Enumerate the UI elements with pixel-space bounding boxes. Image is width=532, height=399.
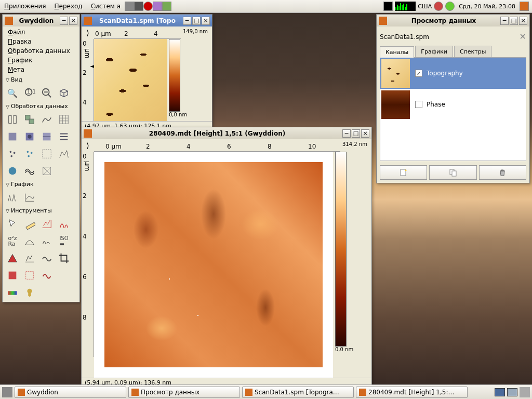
menu-edit[interactable]: Правка <box>3 37 79 46</box>
tray-icon[interactable] <box>434 2 443 11</box>
spectro-tool-icon[interactable] <box>56 216 72 232</box>
tool-icon[interactable] <box>39 129 55 144</box>
view-menu-button[interactable]: ⟩ <box>82 139 94 152</box>
mask-tool-icon[interactable] <box>22 285 37 301</box>
tool-icon[interactable] <box>39 268 55 283</box>
colorbar[interactable] <box>335 152 347 347</box>
view-3d-icon[interactable] <box>56 85 72 101</box>
menu-meta[interactable]: Мета <box>3 65 79 74</box>
zoom-in-icon[interactable]: 🔍 <box>5 85 20 101</box>
close-button[interactable]: × <box>361 129 369 138</box>
close-button[interactable]: × <box>69 17 77 25</box>
scan-image[interactable] <box>94 39 167 121</box>
section-graph[interactable]: График <box>3 180 79 189</box>
menu-places[interactable]: Переход <box>50 0 87 13</box>
tool-icon[interactable] <box>22 112 37 127</box>
close-button[interactable]: × <box>202 17 210 25</box>
tool-icon[interactable] <box>39 163 55 179</box>
visibility-checkbox[interactable] <box>415 101 422 108</box>
tray-app-icon[interactable] <box>162 2 171 11</box>
zoom-out-icon[interactable] <box>39 85 55 101</box>
maximize-button[interactable]: □ <box>192 17 201 25</box>
tool-icon[interactable] <box>22 163 37 179</box>
volume-icon[interactable] <box>383 2 393 11</box>
section-tools[interactable]: Инструменты <box>3 206 79 215</box>
tool-icon[interactable] <box>39 146 55 162</box>
ruler-tool-icon[interactable] <box>22 216 37 232</box>
maximize-button[interactable]: □ <box>352 129 360 138</box>
channel-row[interactable]: ✓ Topography <box>380 58 526 89</box>
maximize-button[interactable]: □ <box>510 17 518 25</box>
task-button[interactable]: Gwyddion <box>15 387 126 398</box>
tab-graphs[interactable]: Графики <box>415 46 453 57</box>
opera-icon[interactable] <box>143 2 153 11</box>
network-monitor-icon[interactable] <box>395 2 416 11</box>
titlebar[interactable]: Gwyddion − × <box>3 15 79 26</box>
copy-button[interactable] <box>429 165 476 180</box>
titlebar[interactable]: ScanData1.spm [Topo − □ × <box>82 15 212 26</box>
minimize-button[interactable]: − <box>342 129 351 138</box>
scan-image[interactable] <box>104 162 323 367</box>
workspace-switcher[interactable] <box>495 388 505 396</box>
crop-tool-icon[interactable] <box>56 250 72 266</box>
tool-icon[interactable] <box>39 250 55 266</box>
menu-dataprocess[interactable]: Обработка данных <box>3 46 79 56</box>
gradient-tool-icon[interactable] <box>5 285 20 301</box>
tool-icon[interactable] <box>5 129 20 144</box>
tool-icon[interactable] <box>56 146 72 162</box>
zoom-11-icon[interactable]: 1:1 <box>22 85 37 101</box>
section-process[interactable]: Обработка данных <box>3 102 79 111</box>
tool-icon[interactable] <box>39 233 55 249</box>
keyboard-indicator[interactable]: США <box>418 3 432 10</box>
tool-icon[interactable] <box>22 233 37 249</box>
minimize-button[interactable]: − <box>183 17 191 25</box>
tool-icon[interactable] <box>22 268 37 283</box>
tool-icon[interactable] <box>5 268 20 283</box>
section-view[interactable]: Вид <box>3 75 79 84</box>
tool-icon[interactable] <box>39 112 55 127</box>
visibility-checkbox[interactable]: ✓ <box>415 70 422 77</box>
clock[interactable]: Срд, 20 Май, 23:08 <box>457 3 517 10</box>
tab-channels[interactable]: Каналы <box>380 46 414 58</box>
pointer-tool-icon[interactable] <box>5 216 20 232</box>
show-desktop-button[interactable] <box>2 387 12 397</box>
iso-tool-icon[interactable]: ISO▬ <box>56 233 72 249</box>
tool-icon[interactable] <box>22 146 37 162</box>
task-button[interactable]: 280409.mdt [Height] 1,5:… <box>356 387 468 398</box>
channel-row[interactable]: Phase <box>380 89 526 120</box>
titlebar[interactable]: Просмотр данных − □ × <box>377 15 529 26</box>
menu-file[interactable]: Файл <box>3 28 79 37</box>
tool-icon[interactable] <box>5 250 20 266</box>
tool-icon[interactable] <box>5 112 20 127</box>
tool-icon[interactable] <box>22 190 37 205</box>
task-button[interactable]: Просмотр данных <box>128 387 240 398</box>
task-button[interactable]: ScanData1.spm [Topogra… <box>242 387 354 398</box>
view-menu-button[interactable]: ⟩ <box>82 26 94 39</box>
colorbar[interactable] <box>169 39 180 112</box>
tool-icon[interactable] <box>56 129 72 144</box>
menu-applications[interactable]: Приложения <box>0 0 50 13</box>
close-file-button[interactable]: ✕ <box>520 32 526 42</box>
tool-icon[interactable] <box>56 112 72 127</box>
stats-tool-icon[interactable]: σ²zRa <box>5 233 20 249</box>
tool-icon[interactable] <box>5 190 20 205</box>
tool-icon[interactable] <box>5 146 20 162</box>
tool-icon[interactable] <box>5 163 20 179</box>
tray-icon[interactable] <box>445 2 455 11</box>
minimize-button[interactable]: − <box>500 17 509 25</box>
gwyddion-tray-icon[interactable] <box>520 2 529 11</box>
pidgin-icon[interactable] <box>153 2 162 11</box>
tool-icon[interactable] <box>22 250 37 266</box>
close-button[interactable]: × <box>519 17 527 25</box>
menu-system[interactable]: Систем а <box>87 0 125 13</box>
tab-spectra[interactable]: Спектры <box>454 46 491 57</box>
trash-icon[interactable] <box>520 387 530 397</box>
tray-app-icon[interactable] <box>125 2 134 11</box>
minimize-button[interactable]: − <box>60 17 68 25</box>
titlebar[interactable]: 280409.mdt [Height] 1,5:1 (Gwyddion) − □… <box>82 127 371 139</box>
tool-icon[interactable] <box>22 129 37 144</box>
new-button[interactable] <box>380 165 427 180</box>
tray-app-icon[interactable] <box>134 2 143 11</box>
workspace-switcher[interactable] <box>507 388 517 396</box>
delete-button[interactable] <box>479 165 526 180</box>
